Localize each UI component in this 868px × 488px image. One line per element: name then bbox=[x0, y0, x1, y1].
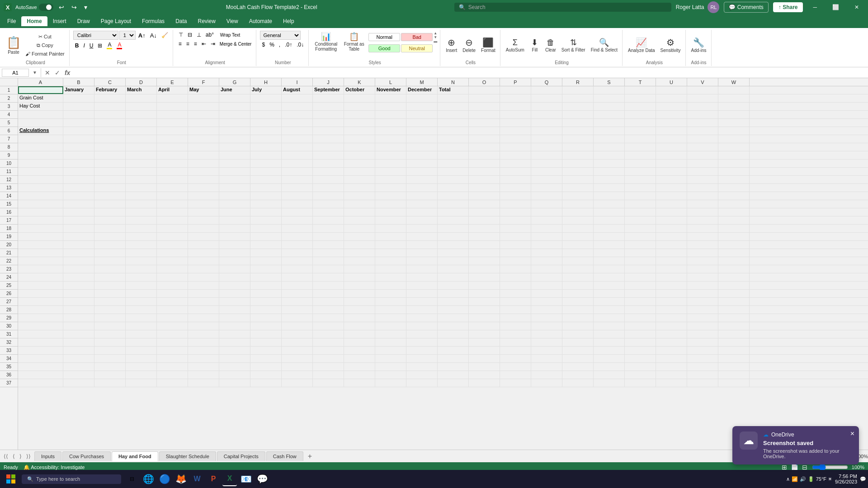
cell-27-2[interactable] bbox=[94, 298, 126, 305]
cell-3-19[interactable] bbox=[625, 103, 656, 110]
cell-1-20[interactable] bbox=[656, 86, 687, 94]
cell-25-2[interactable] bbox=[94, 282, 126, 289]
cell-25-10[interactable] bbox=[344, 282, 375, 289]
cell-a19[interactable] bbox=[18, 233, 63, 240]
col-header-b[interactable]: B bbox=[63, 78, 94, 86]
cell-32-5[interactable] bbox=[188, 338, 219, 346]
row-number-25[interactable]: 25 bbox=[0, 282, 18, 290]
cell-22-14[interactable] bbox=[469, 257, 500, 265]
row-number-5[interactable]: 5 bbox=[0, 119, 18, 127]
cell-10-21[interactable] bbox=[687, 160, 718, 167]
sheet-nav-last[interactable]: ⟩⟩ bbox=[24, 452, 33, 460]
cell-35-19[interactable] bbox=[625, 363, 656, 371]
cell-29-10[interactable] bbox=[344, 314, 375, 322]
cell-3-8[interactable] bbox=[282, 103, 313, 110]
cell-37-4[interactable] bbox=[157, 379, 188, 387]
cell-3-14[interactable] bbox=[469, 103, 500, 110]
cell-33-5[interactable] bbox=[188, 347, 219, 354]
cell-2-11[interactable] bbox=[375, 94, 406, 102]
col-header-v[interactable]: V bbox=[687, 78, 718, 86]
cell-12-3[interactable] bbox=[126, 176, 157, 183]
cell-10-18[interactable] bbox=[594, 160, 625, 167]
cell-8-7[interactable] bbox=[250, 143, 282, 151]
cell-28-15[interactable] bbox=[500, 306, 531, 314]
cell-14-11[interactable] bbox=[375, 192, 406, 200]
cell-9-20[interactable] bbox=[656, 151, 687, 159]
cell-10-3[interactable] bbox=[126, 160, 157, 167]
cell-28-3[interactable] bbox=[126, 306, 157, 314]
cell-a23[interactable] bbox=[18, 265, 63, 273]
cell-24-4[interactable] bbox=[157, 273, 188, 281]
sheet-tab-slaughter-schedule[interactable]: Slaughter Schedule bbox=[159, 451, 216, 461]
col-header-i[interactable]: I bbox=[282, 78, 313, 86]
col-header-n[interactable]: N bbox=[438, 78, 469, 86]
cell-11-5[interactable] bbox=[188, 168, 219, 175]
cell-16-20[interactable] bbox=[656, 208, 687, 216]
cell-17-9[interactable] bbox=[313, 216, 344, 224]
cell-24-6[interactable] bbox=[219, 273, 250, 281]
cell-26-3[interactable] bbox=[126, 290, 157, 297]
cell-34-9[interactable] bbox=[313, 355, 344, 362]
cell-10-20[interactable] bbox=[656, 160, 687, 167]
cell-29-7[interactable] bbox=[250, 314, 282, 322]
cell-21-12[interactable] bbox=[406, 249, 438, 257]
cell-13-20[interactable] bbox=[656, 184, 687, 192]
cell-10-16[interactable] bbox=[531, 160, 562, 167]
cell-33-3[interactable] bbox=[126, 347, 157, 354]
cell-27-22[interactable] bbox=[718, 298, 750, 305]
cell-23-1[interactable] bbox=[63, 265, 94, 273]
cell-24-7[interactable] bbox=[250, 273, 282, 281]
cell-3-5[interactable] bbox=[188, 103, 219, 110]
cell-27-18[interactable] bbox=[594, 298, 625, 305]
cell-22-16[interactable] bbox=[531, 257, 562, 265]
formula-input[interactable] bbox=[74, 69, 866, 77]
sheet-tab-hay-and-food[interactable]: Hay and Food bbox=[112, 451, 158, 461]
cell-9-8[interactable] bbox=[282, 151, 313, 159]
cell-18-15[interactable] bbox=[500, 225, 531, 232]
cell-18-16[interactable] bbox=[531, 225, 562, 232]
cell-15-5[interactable] bbox=[188, 200, 219, 208]
cell-8-18[interactable] bbox=[594, 143, 625, 151]
cell-10-17[interactable] bbox=[562, 160, 594, 167]
row-number-9[interactable]: 9 bbox=[0, 151, 18, 160]
cell-33-7[interactable] bbox=[250, 347, 282, 354]
cell-14-2[interactable] bbox=[94, 192, 126, 200]
cell-31-9[interactable] bbox=[313, 330, 344, 338]
cell-10-13[interactable] bbox=[438, 160, 469, 167]
cell-8-19[interactable] bbox=[625, 143, 656, 151]
cell-25-3[interactable] bbox=[126, 282, 157, 289]
cell-a9[interactable] bbox=[18, 151, 63, 159]
cell-6-8[interactable] bbox=[282, 127, 313, 135]
cell-36-18[interactable] bbox=[594, 371, 625, 379]
cell-28-4[interactable] bbox=[157, 306, 188, 314]
cell-17-20[interactable] bbox=[656, 216, 687, 224]
cell-16-17[interactable] bbox=[562, 208, 594, 216]
cell-5-15[interactable] bbox=[500, 119, 531, 127]
customize-button[interactable]: ▾ bbox=[82, 3, 89, 12]
cell-21-19[interactable] bbox=[625, 249, 656, 257]
cell-21-11[interactable] bbox=[375, 249, 406, 257]
cell-6-2[interactable] bbox=[94, 127, 126, 135]
col-header-d[interactable]: D bbox=[126, 78, 157, 86]
cell-15-18[interactable] bbox=[594, 200, 625, 208]
cell-29-1[interactable] bbox=[63, 314, 94, 322]
align-center-button[interactable]: ≡ bbox=[184, 40, 191, 48]
cell-2-10[interactable] bbox=[344, 94, 375, 102]
cell-10-8[interactable] bbox=[282, 160, 313, 167]
cell-35-18[interactable] bbox=[594, 363, 625, 371]
cell-21-2[interactable] bbox=[94, 249, 126, 257]
cell-25-1[interactable] bbox=[63, 282, 94, 289]
align-right-button[interactable]: ≡ bbox=[192, 40, 199, 48]
cell-6-12[interactable] bbox=[406, 127, 438, 135]
cell-14-4[interactable] bbox=[157, 192, 188, 200]
tray-up[interactable]: ∧ bbox=[786, 476, 790, 482]
cell-26-7[interactable] bbox=[250, 290, 282, 297]
cell-22-10[interactable] bbox=[344, 257, 375, 265]
cell-18-13[interactable] bbox=[438, 225, 469, 232]
cell-37-5[interactable] bbox=[188, 379, 219, 387]
cell-16-6[interactable] bbox=[219, 208, 250, 216]
cell-a8[interactable] bbox=[18, 143, 63, 151]
cell-8-13[interactable] bbox=[438, 143, 469, 151]
cell-1-22[interactable] bbox=[718, 86, 750, 94]
cell-4-6[interactable] bbox=[219, 111, 250, 118]
